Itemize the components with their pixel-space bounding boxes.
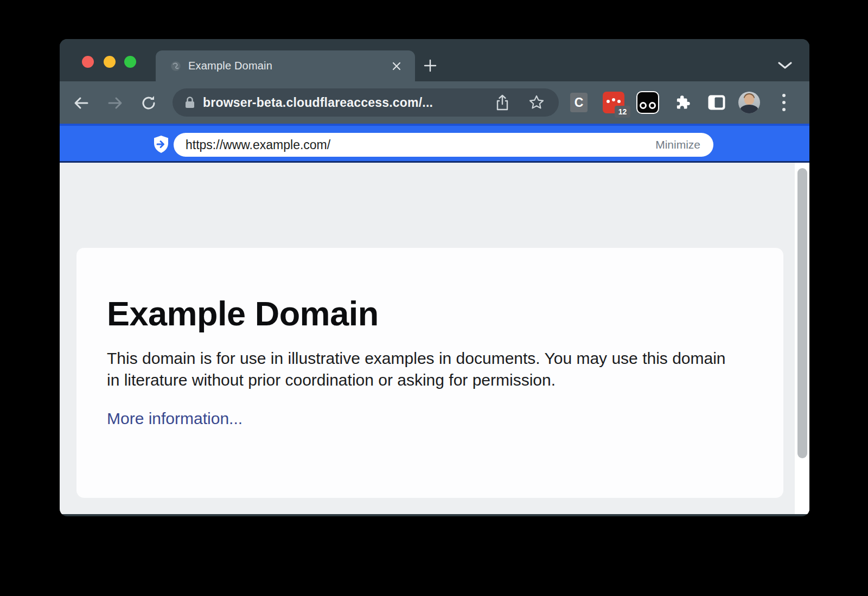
dot: [617, 100, 621, 103]
profile-avatar[interactable]: [738, 92, 760, 113]
avatar-face: [744, 94, 754, 105]
page-paragraph: This domain is for use in illustrative e…: [107, 348, 736, 391]
zoom-window-button[interactable]: [124, 56, 136, 68]
new-tab-button[interactable]: [422, 57, 438, 74]
back-icon[interactable]: [73, 94, 90, 112]
tab-title: Example Domain: [188, 60, 390, 72]
scrollbar-thumb[interactable]: [797, 168, 807, 458]
scrollbar-track[interactable]: [795, 163, 809, 514]
side-panel-icon[interactable]: [709, 95, 725, 110]
address-bar-url: browser-beta.cloudflareaccess.com/...: [203, 95, 495, 110]
page-viewport: Example Domain This domain is for use in…: [60, 163, 809, 514]
dot: [782, 101, 786, 104]
example-domain-card: Example Domain This domain is for use in…: [76, 248, 783, 498]
browser-window: Example Domain browser-b: [60, 39, 809, 516]
minimize-window-button[interactable]: [104, 56, 116, 68]
dot: [782, 108, 786, 111]
share-icon[interactable]: [495, 94, 510, 111]
panel-cutout: [715, 98, 723, 108]
bookmark-star-icon[interactable]: [528, 94, 545, 111]
dot: [612, 98, 615, 101]
page-title: Example Domain: [107, 296, 783, 331]
extension-blocker-icon[interactable]: 12: [603, 92, 624, 113]
toolbar: browser-beta.cloudflareaccess.com/... C …: [60, 81, 809, 124]
extension-c-icon[interactable]: C: [570, 93, 588, 112]
circle: [649, 102, 656, 109]
more-information-link[interactable]: More information...: [107, 409, 242, 428]
dot: [607, 100, 610, 103]
isolation-url-bar: Minimize: [60, 124, 809, 163]
close-window-button[interactable]: [82, 56, 94, 68]
address-bar[interactable]: browser-beta.cloudflareaccess.com/...: [173, 88, 559, 117]
tab-close-icon[interactable]: [390, 60, 403, 73]
tab-search-chevron-icon[interactable]: [777, 61, 793, 71]
avatar-shoulders: [740, 105, 758, 113]
tab-bar: Example Domain: [60, 39, 809, 81]
extension-lens-icon[interactable]: [636, 91, 659, 114]
minimize-bar-button[interactable]: Minimize: [655, 138, 700, 151]
forward-icon[interactable]: [106, 94, 124, 112]
tab-example-domain[interactable]: Example Domain: [156, 50, 415, 81]
lock-icon: [184, 96, 195, 109]
remote-url-field[interactable]: Minimize: [174, 133, 713, 157]
dot: [782, 94, 786, 97]
reload-icon[interactable]: [140, 94, 157, 112]
remote-url-input[interactable]: [186, 138, 655, 152]
globe-favicon-icon: [170, 60, 182, 72]
extension-badge-count: 12: [615, 106, 630, 118]
extensions-puzzle-icon[interactable]: [674, 94, 691, 111]
browser-menu-icon[interactable]: [782, 93, 786, 112]
isolation-shield-icon: [153, 135, 169, 153]
circle: [640, 102, 647, 109]
